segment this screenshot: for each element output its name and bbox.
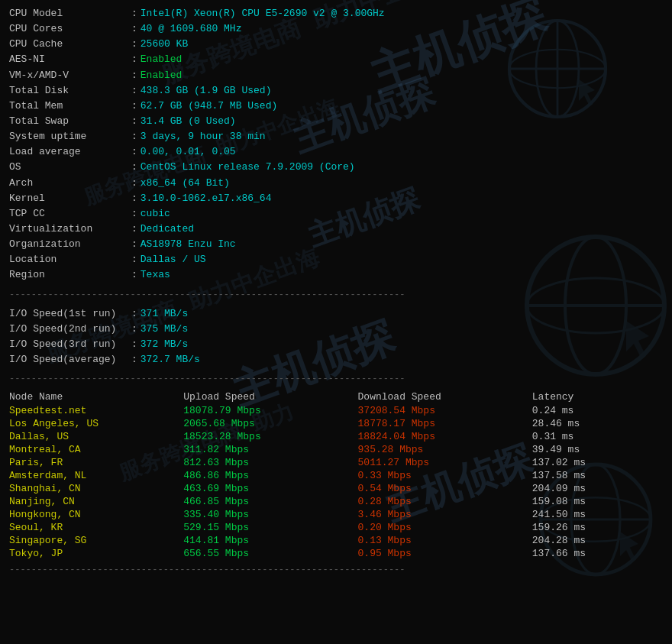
kernel-label: Kernel	[9, 191, 131, 206]
network-section: Node Name Upload Speed Download Speed La…	[9, 390, 663, 560]
io-run1-row: I/O Speed(1st run) : 371 MB/s	[9, 306, 663, 322]
latency-cell: 137.58 ms	[532, 469, 663, 482]
latency-cell: 28.46 ms	[532, 417, 663, 430]
cpu-cores-row: CPU Cores : 40 @ 1609.680 MHz	[9, 21, 663, 37]
kernel-value: 3.10.0-1062.el7.x86_64	[141, 191, 272, 206]
io-avg-value: 372.7 MB/s	[141, 352, 200, 367]
region-label: Region	[9, 267, 131, 283]
uptime-value: 3 days, 9 hour 38 min	[141, 129, 266, 144]
latency-cell: 159.26 ms	[532, 521, 663, 534]
latency-cell: 137.66 ms	[532, 547, 663, 560]
total-disk-label: Total Disk	[9, 83, 131, 99]
network-table: Node Name Upload Speed Download Speed La…	[9, 390, 663, 560]
aes-ni-label: AES-NI	[9, 52, 131, 67]
org-value: AS18978 Enzu Inc	[141, 237, 236, 252]
divider-1: ----------------------------------------…	[9, 290, 663, 300]
col-node-header: Node Name	[9, 390, 183, 404]
vm-value: Enabled	[141, 68, 183, 83]
network-table-row: Amsterdam, NL 486.86 Mbps 0.33 Mbps 137.…	[9, 469, 663, 482]
latency-cell: 39.49 ms	[532, 443, 663, 456]
col-download-header: Download Speed	[358, 390, 532, 404]
total-swap-value: 31.4 GB (0 Used)	[141, 114, 236, 129]
download-cell: 0.28 Mbps	[358, 495, 532, 508]
node-name-cell: Nanjing, CN	[9, 495, 183, 508]
io-run2-label: I/O Speed(2nd run)	[9, 322, 131, 337]
upload-cell: 529.15 Mbps	[183, 521, 357, 534]
kernel-row: Kernel : 3.10.0-1062.el7.x86_64	[9, 191, 663, 206]
os-label: OS	[9, 160, 131, 175]
download-cell: 0.54 Mbps	[358, 482, 532, 495]
total-swap-row: Total Swap : 31.4 GB (0 Used)	[9, 114, 663, 129]
network-table-row: Singapore, SG 414.81 Mbps 0.13 Mbps 204.…	[9, 534, 663, 547]
node-name-cell: Montreal, CA	[9, 443, 183, 456]
location-value: Dallas / US	[141, 252, 206, 267]
node-name-cell: Speedtest.net	[9, 404, 183, 417]
aes-ni-row: AES-NI : Enabled	[9, 52, 663, 67]
upload-cell: 486.86 Mbps	[183, 469, 357, 482]
io-avg-label: I/O Speed(average)	[9, 352, 131, 367]
node-name-cell: Amsterdam, NL	[9, 469, 183, 482]
virt-label: Virtualization	[9, 222, 131, 237]
virt-value: Dedicated	[141, 222, 194, 237]
divider-2: ----------------------------------------…	[9, 374, 663, 384]
total-mem-label: Total Mem	[9, 99, 131, 114]
arch-row: Arch : x86_64 (64 Bit)	[9, 176, 663, 191]
network-table-row: Shanghai, CN 463.69 Mbps 0.54 Mbps 204.0…	[9, 482, 663, 495]
arch-value: x86_64 (64 Bit)	[141, 176, 230, 191]
io-avg-row: I/O Speed(average) : 372.7 MB/s	[9, 352, 663, 367]
download-cell: 5011.27 Mbps	[358, 456, 532, 469]
cpu-cores-value: 40 @ 1609.680 MHz	[141, 21, 242, 37]
node-name-cell: Tokyo, JP	[9, 547, 183, 560]
download-cell: 18778.17 Mbps	[358, 417, 532, 430]
location-row: Location : Dallas / US	[9, 252, 663, 267]
cpu-cache-value: 25600 KB	[141, 37, 188, 52]
latency-cell: 0.24 ms	[532, 404, 663, 417]
network-table-row: Paris, FR 812.63 Mbps 5011.27 Mbps 137.0…	[9, 456, 663, 469]
latency-cell: 204.09 ms	[532, 482, 663, 495]
region-row: Region : Texas	[9, 267, 663, 283]
download-cell: 0.95 Mbps	[358, 547, 532, 560]
download-cell: 0.13 Mbps	[358, 534, 532, 547]
upload-cell: 463.69 Mbps	[183, 482, 357, 495]
network-table-row: Nanjing, CN 466.85 Mbps 0.28 Mbps 159.08…	[9, 495, 663, 508]
total-disk-value: 438.3 GB (1.9 GB Used)	[141, 83, 272, 99]
io-run1-label: I/O Speed(1st run)	[9, 306, 131, 322]
region-value: Texas	[141, 267, 170, 283]
network-table-row: Montreal, CA 311.82 Mbps 935.28 Mbps 39.…	[9, 443, 663, 456]
download-cell: 3.46 Mbps	[358, 508, 532, 521]
cpu-cache-label: CPU Cache	[9, 37, 131, 52]
upload-cell: 414.81 Mbps	[183, 534, 357, 547]
tcp-value: cubic	[141, 206, 170, 222]
node-name-cell: Dallas, US	[9, 430, 183, 443]
main-content: CPU Model : Intel(R) Xeon(R) CPU E5-2690…	[0, 0, 672, 587]
cpu-model-value: Intel(R) Xeon(R) CPU E5-2690 v2 @ 3.00GH…	[141, 6, 385, 21]
io-run3-value: 372 MB/s	[141, 337, 188, 352]
upload-cell: 2065.68 Mbps	[183, 417, 357, 430]
total-disk-row: Total Disk : 438.3 GB (1.9 GB Used)	[9, 83, 663, 99]
cpu-model-label: CPU Model	[9, 6, 131, 21]
uptime-row: System uptime : 3 days, 9 hour 38 min	[9, 129, 663, 144]
arch-label: Arch	[9, 176, 131, 191]
network-table-row: Hongkong, CN 335.40 Mbps 3.46 Mbps 241.5…	[9, 508, 663, 521]
download-cell: 935.28 Mbps	[358, 443, 532, 456]
node-name-cell: Shanghai, CN	[9, 482, 183, 495]
download-cell: 37208.54 Mbps	[358, 404, 532, 417]
download-cell: 0.33 Mbps	[358, 469, 532, 482]
network-table-row: Los Angeles, US 2065.68 Mbps 18778.17 Mb…	[9, 417, 663, 430]
network-table-row: Speedtest.net 18078.79 Mbps 37208.54 Mbp…	[9, 404, 663, 417]
latency-cell: 204.28 ms	[532, 534, 663, 547]
total-mem-row: Total Mem : 62.7 GB (948.7 MB Used)	[9, 99, 663, 114]
load-label: Load average	[9, 144, 131, 160]
cpu-cores-label: CPU Cores	[9, 21, 131, 37]
network-table-row: Dallas, US 18523.28 Mbps 18824.04 Mbps 0…	[9, 430, 663, 443]
tcp-label: TCP CC	[9, 206, 131, 222]
download-cell: 0.20 Mbps	[358, 521, 532, 534]
network-table-header: Node Name Upload Speed Download Speed La…	[9, 390, 663, 404]
io-run2-row: I/O Speed(2nd run) : 375 MB/s	[9, 322, 663, 337]
latency-cell: 0.31 ms	[532, 430, 663, 443]
aes-ni-value: Enabled	[141, 52, 183, 67]
upload-cell: 335.40 Mbps	[183, 508, 357, 521]
upload-cell: 656.55 Mbps	[183, 547, 357, 560]
upload-cell: 311.82 Mbps	[183, 443, 357, 456]
load-value: 0.00, 0.01, 0.05	[141, 144, 236, 160]
